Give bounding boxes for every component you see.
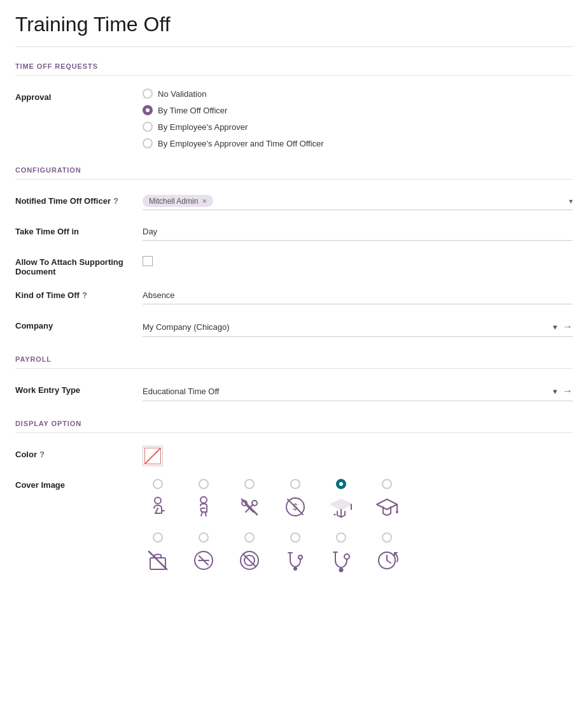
company-select[interactable]: My Company (Chicago) ▾ → [143, 317, 573, 337]
notified-officer-tag-input[interactable]: Mitchell Admin × ▾ [143, 192, 573, 210]
clock-refresh-icon [372, 545, 402, 576]
notified-officer-input[interactable]: Mitchell Admin × ▾ [143, 192, 573, 210]
notified-officer-help-icon[interactable]: ? [113, 196, 118, 206]
company-field-row: Company My Company (Chicago) ▾ → [15, 317, 573, 338]
cover-radio-1 [153, 479, 163, 489]
company-input: My Company (Chicago) ▾ → [143, 317, 573, 337]
radio-circle-employees-approver [143, 122, 153, 132]
svg-point-0 [155, 497, 161, 504]
take-time-off-select[interactable]: Day [143, 223, 573, 241]
approval-options: No Validation By Time Off Officer By Emp… [143, 89, 573, 148]
work-entry-type-external-link[interactable]: → [563, 385, 573, 397]
cover-radio-3 [244, 479, 255, 489]
radio-by-employees-approver[interactable]: By Employee's Approver [143, 122, 573, 132]
allow-attach-checkbox[interactable] [143, 256, 153, 266]
kind-of-time-off-select[interactable]: Absence [143, 287, 573, 304]
take-time-off-label: Take Time Off in [15, 223, 143, 236]
approval-label: Approval [15, 89, 143, 102]
time-off-requests-section: TIME OFF REQUESTS Approval No Validation… [15, 62, 573, 148]
cover-image-rows: $ [143, 476, 573, 576]
radio-by-time-off-officer[interactable]: By Time Off Officer [143, 105, 573, 115]
person-arm-icon [188, 492, 219, 522]
cover-option-2[interactable] [188, 479, 219, 522]
remove-tag-button[interactable]: × [202, 196, 207, 206]
work-entry-type-value: Educational Time Off [143, 387, 553, 396]
cover-radio-8 [199, 532, 209, 543]
take-time-off-value: Day [143, 227, 573, 236]
company-label: Company [15, 317, 143, 331]
stethoscope-icon [280, 545, 311, 576]
work-entry-type-field-row: Work Entry Type Educational Time Off ▾ → [15, 381, 573, 402]
color-help-icon[interactable]: ? [39, 450, 45, 459]
svg-point-25 [339, 568, 344, 573]
cover-option-4[interactable]: $ [280, 479, 311, 522]
graduation-cap-2-icon [372, 492, 402, 522]
approval-radio-group: No Validation By Time Off Officer By Emp… [143, 89, 573, 148]
company-dropdown-arrow[interactable]: ▾ [553, 322, 557, 332]
configuration-section: CONFIGURATION Notified Time Off Officer … [15, 166, 573, 338]
radio-circle-time-off-officer [143, 105, 153, 115]
cover-option-5[interactable] [326, 479, 356, 522]
cover-image-label: Cover Image [15, 476, 143, 490]
kind-of-time-off-value: Absence [143, 290, 573, 300]
cover-radio-10 [290, 532, 300, 543]
allow-attach-checkbox-field [143, 253, 573, 266]
payroll-section: PAYROLL Work Entry Type Educational Time… [15, 355, 573, 402]
cover-option-7[interactable] [143, 532, 173, 576]
radio-circle-both [143, 138, 153, 148]
svg-point-12 [334, 514, 336, 516]
color-value [143, 446, 573, 466]
display-option-heading: DISPLAY OPTION [15, 420, 573, 433]
notified-officer-dropdown-arrow[interactable]: ▾ [569, 197, 573, 206]
cover-radio-12 [382, 532, 392, 543]
company-external-link[interactable]: → [563, 321, 573, 332]
mitchell-admin-tag: Mitchell Admin × [143, 195, 213, 207]
work-entry-type-select[interactable]: Educational Time Off ▾ → [143, 381, 573, 401]
cover-image-row-1: $ [143, 479, 573, 522]
svg-line-6 [242, 499, 257, 515]
cover-option-9[interactable] [234, 532, 265, 576]
notified-officer-field-row: Notified Time Off Officer ? Mitchell Adm… [15, 192, 573, 213]
cover-option-6[interactable] [372, 479, 402, 522]
cover-option-8[interactable] [188, 532, 219, 576]
cover-option-12[interactable] [372, 532, 402, 576]
svg-marker-13 [377, 499, 397, 509]
radio-no-validation[interactable]: No Validation [143, 89, 573, 99]
cover-radio-4 [290, 479, 300, 489]
no-circle-icon [188, 545, 219, 576]
svg-marker-10 [331, 499, 351, 509]
cover-option-3[interactable] [234, 479, 265, 522]
company-select-actions: ▾ → [553, 321, 573, 332]
radio-circle-no-validation [143, 89, 153, 99]
cover-radio-2 [199, 479, 209, 489]
take-time-off-input: Day [143, 223, 573, 241]
kind-of-time-off-help-icon[interactable]: ? [82, 290, 87, 300]
person-seated-icon [143, 492, 173, 522]
payroll-heading: PAYROLL [15, 355, 573, 369]
scissors-icon [234, 492, 265, 522]
work-entry-type-input: Educational Time Off ▾ → [143, 381, 573, 401]
cover-image-options: $ [143, 476, 573, 576]
kind-of-time-off-label: Kind of Time Off ? [15, 287, 143, 300]
no-sign-icon [234, 545, 265, 576]
radio-by-both[interactable]: By Employee's Approver and Time Off Offi… [143, 138, 573, 148]
color-swatch[interactable] [143, 446, 163, 466]
take-time-off-field-row: Take Time Off in Day [15, 223, 573, 243]
cover-option-1[interactable] [143, 479, 173, 522]
no-money-icon: $ [280, 492, 311, 522]
cover-option-10[interactable] [280, 532, 311, 576]
cover-option-11[interactable] [326, 532, 356, 576]
color-label: Color ? [15, 446, 143, 459]
cover-radio-11 [336, 532, 346, 543]
allow-attach-label: Allow To Attach Supporting Document [15, 253, 143, 276]
work-entry-type-dropdown-arrow[interactable]: ▾ [553, 387, 557, 396]
svg-point-14 [396, 511, 398, 513]
display-option-section: DISPLAY OPTION Color ? Cover Image [15, 420, 573, 576]
company-value: My Company (Chicago) [143, 322, 553, 332]
configuration-heading: CONFIGURATION [15, 166, 573, 180]
cover-radio-6 [382, 479, 392, 489]
svg-point-21 [298, 555, 302, 559]
cover-radio-5 [336, 479, 346, 489]
cover-radio-7 [153, 532, 163, 543]
work-entry-type-label: Work Entry Type [15, 381, 143, 395]
